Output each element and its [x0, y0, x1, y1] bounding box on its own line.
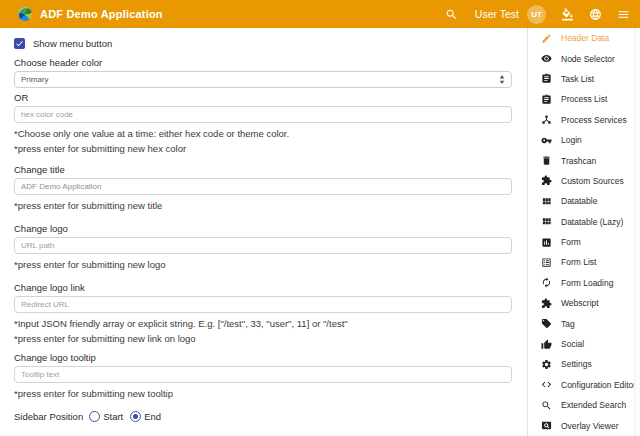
trash-icon: [541, 155, 552, 166]
sidebar-item-tag[interactable]: Tag: [528, 313, 640, 333]
tooltip-note: *press enter for submitting new tooltip: [14, 389, 512, 399]
sidebar-item-form[interactable]: Form: [528, 232, 640, 252]
sidebar-item-settings[interactable]: Settings: [528, 354, 640, 374]
user-avatar[interactable]: UT: [527, 5, 546, 24]
logo-link-note-1: *Input JSON friendly array or explicit s…: [14, 319, 512, 329]
sidebar-item-node-selector[interactable]: Node Selector: [528, 48, 640, 68]
app-header-bar: ADF Demo Application User Test UT: [0, 0, 640, 28]
sidebar-position-group: Sidebar Position Start End: [14, 411, 512, 422]
app-window: ADF Demo Application User Test UT Show m…: [0, 0, 640, 436]
pencil-icon: [541, 33, 552, 44]
sidebar-item-form-list[interactable]: Form List: [528, 252, 640, 272]
logo-link-input[interactable]: [14, 296, 512, 313]
autorenew-icon: [541, 277, 552, 288]
sidebar-position-start-label: Start: [103, 411, 123, 422]
show-menu-label: Show menu button: [33, 38, 112, 49]
sidebar-item-overlay-viewer[interactable]: Overlay Viewer: [528, 415, 640, 435]
key-icon: [541, 135, 552, 146]
sidebar-item-process-services[interactable]: Process Services: [528, 110, 640, 130]
sidebar-nav: Header Data Node Selector Task List Proc…: [527, 28, 640, 436]
language-globe-icon[interactable]: [588, 7, 602, 21]
sidebar-item-task-list[interactable]: Task List: [528, 69, 640, 89]
show-menu-checkbox[interactable]: [14, 38, 25, 49]
gear-icon: [541, 359, 552, 370]
puzzle-icon: [541, 175, 552, 186]
tooltip-input[interactable]: [14, 366, 512, 383]
change-logo-label: Change logo: [14, 224, 512, 234]
change-logo-link-label: Change logo link: [14, 283, 512, 293]
app-logo-icon[interactable]: [18, 7, 32, 21]
sidebar-item-configuration-editor[interactable]: Configuration Editor: [528, 375, 640, 395]
logo-note: *press enter for submitting new logo: [14, 260, 512, 270]
sidebar-item-header-data[interactable]: Header Data: [528, 28, 640, 48]
search-icon[interactable]: [445, 7, 459, 21]
logo-url-input[interactable]: [14, 237, 512, 254]
app-title: ADF Demo Application: [40, 8, 163, 20]
hex-color-input[interactable]: [14, 106, 512, 123]
clipboard-icon: [541, 94, 552, 105]
select-arrows-icon: [499, 75, 505, 84]
thumb-up-icon: [541, 339, 552, 350]
sidebar-item-social[interactable]: Social: [528, 334, 640, 354]
hamburger-menu-icon[interactable]: [616, 7, 630, 21]
header-color-label: Choose header color: [14, 58, 512, 68]
sidebar-item-datatable[interactable]: Datatable: [528, 191, 640, 211]
list-alt-icon: [541, 257, 552, 268]
code-icon: [541, 379, 552, 390]
tag-icon: [541, 318, 552, 329]
hex-note-2: *press enter for submitting new hex colo…: [14, 144, 512, 154]
sidebar-item-login[interactable]: Login: [528, 130, 640, 150]
header-color-selected-value: Primary: [21, 75, 499, 84]
sidebar-item-form-loading[interactable]: Form Loading: [528, 273, 640, 293]
puzzle-icon: [541, 298, 552, 309]
grid-icon: [541, 196, 552, 207]
bar-chart-icon: [541, 237, 552, 248]
sidebar-item-webscript[interactable]: Webscript: [528, 293, 640, 313]
hex-note-1: *Choose only one value at a time: either…: [14, 129, 512, 139]
pageview-icon: [541, 420, 552, 431]
sidebar-position-end-label: End: [144, 411, 161, 422]
search-icon: [541, 400, 552, 411]
grid-icon: [541, 216, 552, 227]
or-label: OR: [14, 93, 512, 103]
sidebar-item-extended-search[interactable]: Extended Search: [528, 395, 640, 415]
eye-icon: [541, 53, 552, 64]
sidebar-item-custom-sources[interactable]: Custom Sources: [528, 171, 640, 191]
sidebar-item-trashcan[interactable]: Trashcan: [528, 150, 640, 170]
title-input[interactable]: [14, 178, 512, 195]
change-tooltip-label: Change logo tooltip: [14, 353, 512, 363]
device-hub-icon: [541, 114, 552, 125]
title-note: *press enter for submitting new title: [14, 201, 512, 211]
settings-form: Show menu button Choose header color Pri…: [0, 28, 527, 436]
clipboard-icon: [541, 73, 552, 84]
sidebar-item-datatable-lazy[interactable]: Datatable (Lazy): [528, 212, 640, 232]
sidebar-scrollbar[interactable]: [634, 28, 640, 436]
change-title-label: Change title: [14, 165, 512, 175]
color-fill-icon[interactable]: [560, 7, 574, 21]
logo-link-note-2: *press enter for submitting new link on …: [14, 334, 512, 344]
user-name: User Test: [475, 8, 519, 20]
sidebar-position-end-radio[interactable]: [130, 411, 141, 422]
sidebar-position-label: Sidebar Position: [14, 411, 83, 422]
header-color-select[interactable]: Primary: [14, 71, 512, 88]
sidebar-item-process-list[interactable]: Process List: [528, 89, 640, 109]
sidebar-position-start-radio[interactable]: [89, 411, 100, 422]
